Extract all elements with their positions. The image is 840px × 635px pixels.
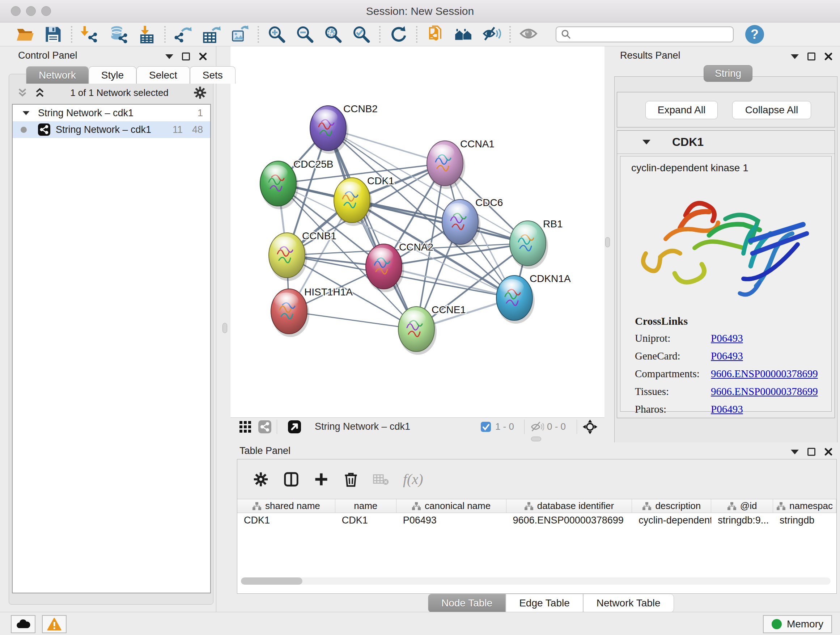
network-node-ccnb1[interactable]: CCNB1 <box>269 230 336 281</box>
delete-column-icon[interactable] <box>343 471 359 487</box>
table-panel-close-icon[interactable] <box>824 448 833 456</box>
hide-selected-icon[interactable] <box>477 24 506 45</box>
grid-view-icon[interactable] <box>238 420 252 434</box>
results-panel-float-menu-icon[interactable] <box>791 54 799 59</box>
control-panel-close-icon[interactable] <box>199 52 207 61</box>
column-header-shared-name[interactable]: shared name <box>237 499 335 513</box>
import-table-icon[interactable] <box>133 24 161 45</box>
export-network-icon[interactable] <box>169 24 197 45</box>
memory-button[interactable]: Memory <box>763 615 832 633</box>
network-options-gear-icon[interactable] <box>193 86 207 100</box>
warning-status-button[interactable] <box>42 615 66 633</box>
column-header-database-identifier[interactable]: database identifier <box>507 499 632 513</box>
tab-network[interactable]: Network <box>26 66 88 84</box>
export-image-icon[interactable] <box>226 24 254 45</box>
expand-all-icon[interactable] <box>34 87 46 98</box>
column-header-namespac[interactable]: namespac <box>773 499 836 513</box>
network-share-icon <box>38 123 51 136</box>
collapse-all-button[interactable]: Collapse All <box>732 101 811 119</box>
network-node-ccne1[interactable]: CCNE1 <box>398 304 466 355</box>
tab-style[interactable]: Style <box>88 66 136 84</box>
horizontal-scrollbar[interactable] <box>241 578 831 585</box>
table-cell[interactable]: CDK1 <box>335 513 396 527</box>
network-node-hist1h1a[interactable]: HIST1H1A <box>271 287 353 337</box>
results-panel-float-icon[interactable] <box>807 52 815 60</box>
tab-edge-table[interactable]: Edge Table <box>506 594 583 613</box>
share-view-icon[interactable] <box>258 420 272 434</box>
help-icon[interactable]: ? <box>745 25 764 44</box>
show-columns-icon[interactable] <box>283 471 300 488</box>
network-node-cdk1[interactable]: CDK1 <box>334 175 394 226</box>
detach-view-icon[interactable] <box>287 420 302 434</box>
table-cell[interactable]: cyclin-dependent ... <box>632 513 711 527</box>
search-input[interactable] <box>572 29 723 40</box>
tab-select[interactable]: Select <box>136 66 190 84</box>
export-table-icon[interactable] <box>197 24 226 45</box>
network-node-cdc25b[interactable]: CDC25B <box>260 158 333 209</box>
column-header--id[interactable]: @id <box>711 499 773 513</box>
collapse-all-icon[interactable] <box>16 87 28 98</box>
network-canvas[interactable]: CCNB2 CCNA1 CDC25B <box>231 46 605 417</box>
crosslink-value-link[interactable]: 9606.ENSP00000378699 <box>711 386 818 397</box>
tab-node-table[interactable]: Node Table <box>428 594 506 613</box>
column-header-name[interactable]: name <box>335 499 396 513</box>
crosslink-value-link[interactable]: P06493 <box>711 350 743 362</box>
show-all-icon[interactable] <box>515 24 543 45</box>
zoom-fit-icon[interactable] <box>319 24 347 45</box>
network-node-ccnb2[interactable]: CCNB2 <box>310 103 378 154</box>
column-header-canonical-name[interactable]: canonical name <box>396 499 507 513</box>
gene-collapse-icon[interactable] <box>643 140 651 144</box>
zoom-selected-icon[interactable] <box>347 24 376 45</box>
refresh-icon[interactable] <box>384 24 412 45</box>
zoom-out-icon[interactable] <box>291 24 319 45</box>
add-column-icon[interactable] <box>313 471 329 487</box>
selected-checkbox-icon[interactable] <box>480 421 492 432</box>
save-session-icon[interactable] <box>39 24 67 45</box>
network-node-ccna2[interactable]: CCNA2 <box>366 241 433 292</box>
table-cell[interactable]: CDK1 <box>237 513 335 527</box>
right-splitter-handle[interactable] <box>605 237 610 247</box>
table-cell[interactable]: stringdb <box>773 513 836 527</box>
table-panel-float-menu-icon[interactable] <box>791 450 799 454</box>
string-home-icon[interactable] <box>449 24 477 45</box>
results-panel-close-icon[interactable] <box>824 52 833 61</box>
bottom-splitter-handle[interactable] <box>531 437 541 441</box>
control-panel-float-icon[interactable] <box>182 52 190 60</box>
import-network-file-icon[interactable] <box>76 24 104 45</box>
table-row[interactable]: CDK1CDK1P064939606.ENSP00000378699cyclin… <box>237 513 836 527</box>
open-session-icon[interactable] <box>11 24 39 45</box>
table-cell[interactable]: 9606.ENSP00000378699 <box>507 513 632 527</box>
table-cell[interactable]: P06493 <box>396 513 507 527</box>
collection-count: 1 <box>197 108 203 119</box>
hidden-eye-icon[interactable] <box>530 421 544 433</box>
zoom-in-icon[interactable] <box>263 24 291 45</box>
network-node-rb1[interactable]: RB1 <box>510 218 562 269</box>
left-splitter-handle[interactable] <box>223 323 227 333</box>
node-label: CCNA2 <box>399 241 433 253</box>
import-network-database-icon[interactable] <box>104 24 133 45</box>
crosslink-value-link[interactable]: 9606.ENSP00000378699 <box>711 368 818 380</box>
network-node-cdkn1a[interactable]: CDKN1A <box>496 273 571 324</box>
tab-network-table[interactable]: Network Table <box>583 594 674 613</box>
collection-expand-icon[interactable] <box>23 111 30 115</box>
control-panel-float-menu-icon[interactable] <box>165 54 173 59</box>
column-header-description[interactable]: description <box>632 499 711 513</box>
search-box[interactable] <box>556 27 734 42</box>
table-panel-float-icon[interactable] <box>807 448 815 456</box>
expand-all-button[interactable]: Expand All <box>645 101 718 119</box>
table-settings-gear-icon[interactable] <box>253 471 269 488</box>
tab-string[interactable]: String <box>704 65 752 82</box>
network-row-selected[interactable]: String Network – cdk1 11 48 <box>13 121 210 138</box>
table-tabs: Node TableEdge TableNetwork Table <box>428 594 674 613</box>
clone-network-icon[interactable] <box>421 24 449 45</box>
network-collection-row[interactable]: String Network – cdk1 1 <box>13 105 210 121</box>
tab-sets[interactable]: Sets <box>190 66 235 84</box>
cloud-status-button[interactable] <box>11 615 35 633</box>
table-cell[interactable]: stringdb:9... <box>711 513 773 527</box>
gene-section-header[interactable]: CDK1 <box>617 131 835 154</box>
network-node-cdc6[interactable]: CDC6 <box>442 197 503 248</box>
network-node-ccna1[interactable]: CCNA1 <box>427 138 494 189</box>
crosslink-value-link[interactable]: P06493 <box>711 403 743 415</box>
fit-center-crosshair-icon[interactable] <box>582 419 598 435</box>
crosslink-value-link[interactable]: P06493 <box>711 333 743 344</box>
